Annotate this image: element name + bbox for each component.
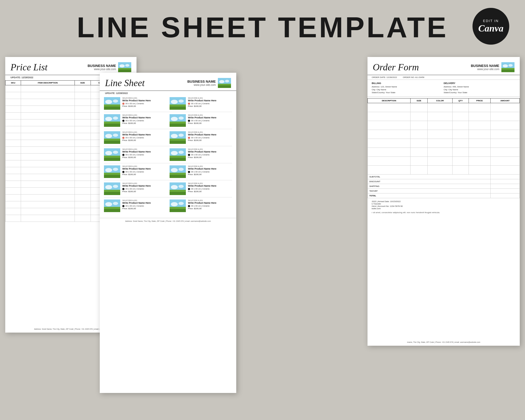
price-list-business: BUSINESS NAME www.your-site.com — [88, 62, 131, 72]
price-list-title: Price List — [10, 62, 48, 73]
product-price: Price: $100,00 — [122, 190, 166, 193]
color-dot-icon — [122, 188, 124, 190]
table-cell — [75, 106, 91, 113]
svg-point-83 — [503, 64, 508, 67]
product-info: SKU/CODE A-001 Write Product Name Here 0… — [122, 200, 166, 210]
table-cell — [428, 112, 453, 121]
product-dimensions: 00 x 00 cm | Ceramic — [191, 119, 210, 122]
product-info: SKU/CODE A-001 Write Product Name Here 0… — [122, 97, 166, 107]
table-cell — [469, 121, 490, 130]
svg-point-38 — [171, 134, 178, 138]
table-cell — [6, 113, 21, 119]
col-description: ITEM DESCRIPTION — [21, 81, 75, 85]
product-attrs: 00 x 00 cm | Ceramic — [188, 136, 232, 139]
page-header: LINE SHEET TEMPLATE EDIT IN Canva — [0, 0, 525, 52]
table-cell — [452, 112, 469, 121]
product-row: SKU/CODE A-001 Write Product Name Here 0… — [104, 114, 232, 129]
svg-rect-37 — [170, 141, 186, 144]
table-cell — [21, 147, 75, 154]
of-col-size: SIZE — [410, 98, 427, 103]
svg-point-64 — [113, 185, 118, 188]
table-cell — [75, 92, 91, 99]
product-price: Price: $100,00 — [188, 173, 232, 176]
table-cell — [490, 130, 519, 139]
product-name: Write Product Name Here — [122, 167, 166, 170]
of-col-amount: AMOUNT — [490, 98, 519, 103]
product-attrs: 00 x 00 cm | Ceramic — [188, 205, 232, 207]
product-sku: SKU/CODE A-001 — [188, 200, 232, 201]
product-thumbnail — [170, 182, 186, 195]
product-thumbnail — [170, 114, 186, 127]
product-sku: SKU/CODE A-001 — [122, 200, 166, 201]
order-form-document: Order Form BUSINESS NAME www.your-site.c… — [368, 57, 520, 346]
table-cell — [428, 166, 453, 175]
svg-point-59 — [178, 168, 184, 171]
delivery-address: Address: 456, Street Name — [444, 86, 516, 88]
product-item: SKU/CODE A-001 Write Product Name Here 0… — [170, 114, 232, 127]
table-cell — [21, 160, 75, 167]
table-cell — [428, 148, 453, 157]
product-item: SKU/CODE A-001 Write Product Name Here 0… — [170, 182, 232, 195]
table-cell — [75, 160, 91, 167]
svg-point-4 — [125, 64, 129, 67]
table-row — [368, 148, 520, 157]
table-cell — [6, 201, 21, 208]
product-item: SKU/CODE A-001 Write Product Name Here 0… — [104, 182, 166, 195]
product-price: Price: $100,00 — [122, 105, 166, 107]
totals-value — [490, 184, 519, 189]
billing-state: State/Country: Your State — [372, 91, 444, 94]
table-cell — [452, 121, 469, 130]
product-sku: SKU/CODE A-001 — [188, 97, 232, 99]
of-col-qty: QTY — [452, 98, 469, 103]
product-thumbnail — [104, 182, 120, 195]
payment-method: k Transfer — [372, 203, 516, 205]
svg-point-43 — [105, 151, 112, 155]
totals-row: DISCOUNT — [368, 179, 520, 184]
svg-rect-2 — [118, 70, 131, 72]
table-cell — [6, 181, 21, 188]
product-row: SKU/CODE A-001 Write Product Name Here 0… — [104, 131, 232, 146]
product-name: Write Product Name Here — [122, 116, 166, 119]
totals-value — [490, 179, 519, 184]
svg-point-53 — [105, 168, 112, 172]
svg-point-73 — [105, 202, 112, 206]
product-list: SKU/CODE A-001 Write Product Name Here 0… — [100, 96, 236, 218]
product-row: SKU/CODE A-001 Write Product Name Here 0… — [104, 165, 232, 180]
table-cell — [21, 140, 75, 147]
table-cell — [469, 166, 490, 175]
product-row: SKU/CODE A-001 Write Product Name Here 0… — [104, 182, 232, 197]
table-cell — [6, 215, 21, 222]
product-dimensions: 00 x 00 cm | Ceramic — [191, 102, 210, 105]
product-dimensions: 00 x 00 cm | Ceramic — [125, 102, 144, 105]
color-dot-icon — [188, 205, 190, 207]
svg-rect-27 — [170, 124, 186, 127]
table-cell — [6, 154, 21, 160]
svg-point-28 — [171, 117, 178, 121]
table-cell — [469, 130, 490, 139]
svg-rect-67 — [170, 192, 186, 195]
product-sku: SKU/CODE A-001 — [188, 148, 232, 150]
table-cell — [21, 167, 75, 174]
table-cell — [75, 174, 91, 181]
delivery-city: City: City Name — [444, 88, 516, 91]
product-sku: SKU/CODE A-001 — [188, 114, 232, 116]
canva-badge: EDIT IN Canva — [472, 8, 509, 45]
table-row — [368, 130, 520, 139]
line-sheet-title: Line Sheet — [105, 77, 145, 88]
col-size: SIZE — [75, 81, 91, 85]
table-cell — [452, 157, 469, 166]
product-price: Price: $100,00 — [188, 156, 232, 159]
svg-point-78 — [171, 202, 178, 206]
table-row — [368, 121, 520, 130]
product-item: SKU/CODE A-001 Write Product Name Here 0… — [104, 165, 166, 178]
delivery-state: State/Country: Your State — [444, 91, 516, 94]
product-name: Write Product Name Here — [122, 202, 166, 204]
table-cell — [75, 119, 91, 126]
payment-section: 2022 | Arrival Date: 10/15/2022 k Transf… — [368, 198, 520, 216]
line-sheet-logo — [218, 78, 231, 88]
product-info: SKU/CODE A-001 Write Product Name Here 0… — [188, 97, 232, 107]
svg-rect-52 — [104, 175, 120, 178]
product-thumbnail — [170, 97, 186, 110]
product-price: Price: $100,00 — [122, 173, 166, 176]
product-info: SKU/CODE A-001 Write Product Name Here 0… — [122, 182, 166, 193]
